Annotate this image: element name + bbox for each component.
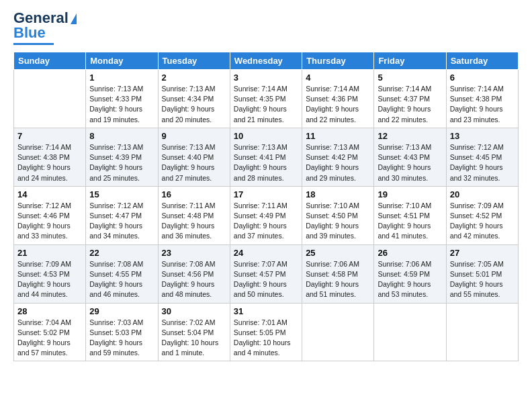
day-info: Sunrise: 7:05 AMSunset: 5:01 PMDaylight:… [450, 259, 515, 300]
day-number: 14 [17, 189, 82, 199]
day-info: Sunrise: 7:13 AMSunset: 4:43 PMDaylight:… [378, 142, 442, 183]
day-info: Sunrise: 7:14 AMSunset: 4:35 PMDaylight:… [234, 84, 298, 125]
calendar-cell: 10Sunrise: 7:13 AMSunset: 4:41 PMDayligh… [230, 128, 302, 186]
day-info: Sunrise: 7:13 AMSunset: 4:33 PMDaylight:… [89, 84, 154, 125]
logo-text: General [13, 11, 77, 26]
calendar-cell: 19Sunrise: 7:10 AMSunset: 4:51 PMDayligh… [374, 186, 446, 244]
calendar-header-row: SundayMondayTuesdayWednesdayThursdayFrid… [14, 52, 519, 70]
day-info: Sunrise: 7:13 AMSunset: 4:41 PMDaylight:… [234, 142, 298, 183]
calendar-cell: 30Sunrise: 7:02 AMSunset: 5:04 PMDayligh… [158, 303, 230, 361]
calendar-cell: 4Sunrise: 7:14 AMSunset: 4:36 PMDaylight… [302, 70, 374, 128]
day-number: 28 [17, 306, 82, 316]
calendar-cell: 22Sunrise: 7:08 AMSunset: 4:55 PMDayligh… [86, 244, 158, 303]
calendar-header-wednesday: Wednesday [230, 52, 302, 70]
calendar-cell: 27Sunrise: 7:05 AMSunset: 5:01 PMDayligh… [446, 244, 518, 303]
day-number: 13 [450, 131, 515, 141]
logo-blue-text: Blue [13, 24, 46, 42]
calendar-header-thursday: Thursday [302, 52, 374, 70]
day-info: Sunrise: 7:10 AMSunset: 4:50 PMDaylight:… [306, 201, 370, 242]
day-info: Sunrise: 7:13 AMSunset: 4:39 PMDaylight:… [89, 142, 154, 183]
day-number: 17 [234, 189, 298, 199]
day-info: Sunrise: 7:12 AMSunset: 4:45 PMDaylight:… [450, 142, 515, 183]
calendar-cell: 6Sunrise: 7:14 AMSunset: 4:38 PMDaylight… [446, 70, 518, 128]
day-number: 27 [450, 248, 515, 258]
calendar-cell: 2Sunrise: 7:13 AMSunset: 4:34 PMDaylight… [158, 70, 230, 128]
day-number: 16 [162, 189, 226, 199]
day-number: 30 [162, 306, 226, 316]
logo-triangle-icon [71, 13, 77, 24]
day-number: 10 [234, 131, 298, 141]
calendar-header-friday: Friday [374, 52, 446, 70]
day-info: Sunrise: 7:04 AMSunset: 5:02 PMDaylight:… [17, 318, 82, 359]
day-number: 5 [378, 73, 442, 83]
day-info: Sunrise: 7:09 AMSunset: 4:52 PMDaylight:… [450, 201, 515, 242]
day-info: Sunrise: 7:11 AMSunset: 4:49 PMDaylight:… [234, 201, 298, 242]
day-number: 22 [89, 248, 154, 258]
day-info: Sunrise: 7:14 AMSunset: 4:37 PMDaylight:… [378, 84, 442, 125]
day-number: 11 [306, 131, 370, 141]
day-number: 24 [234, 248, 298, 258]
day-number: 6 [450, 73, 515, 83]
day-info: Sunrise: 7:14 AMSunset: 4:38 PMDaylight:… [17, 142, 82, 183]
calendar-cell: 28Sunrise: 7:04 AMSunset: 5:02 PMDayligh… [14, 303, 86, 361]
day-info: Sunrise: 7:12 AMSunset: 4:46 PMDaylight:… [17, 201, 82, 242]
calendar-header-saturday: Saturday [446, 52, 518, 70]
calendar-cell: 18Sunrise: 7:10 AMSunset: 4:50 PMDayligh… [302, 186, 374, 244]
day-info: Sunrise: 7:06 AMSunset: 4:59 PMDaylight:… [378, 259, 442, 300]
day-number: 19 [378, 189, 442, 199]
calendar-cell [374, 303, 446, 361]
day-info: Sunrise: 7:14 AMSunset: 4:36 PMDaylight:… [306, 84, 370, 125]
day-number: 21 [17, 248, 82, 258]
day-number: 18 [306, 189, 370, 199]
calendar-cell [446, 303, 518, 361]
day-info: Sunrise: 7:12 AMSunset: 4:47 PMDaylight:… [89, 201, 154, 242]
calendar-cell: 5Sunrise: 7:14 AMSunset: 4:37 PMDaylight… [374, 70, 446, 128]
day-number: 12 [378, 131, 442, 141]
day-info: Sunrise: 7:13 AMSunset: 4:40 PMDaylight:… [162, 142, 226, 183]
day-number: 8 [89, 131, 154, 141]
calendar-cell: 29Sunrise: 7:03 AMSunset: 5:03 PMDayligh… [86, 303, 158, 361]
calendar-cell: 13Sunrise: 7:12 AMSunset: 4:45 PMDayligh… [446, 128, 518, 186]
day-info: Sunrise: 7:07 AMSunset: 4:57 PMDaylight:… [234, 259, 298, 300]
day-number: 15 [89, 189, 154, 199]
calendar-cell: 3Sunrise: 7:14 AMSunset: 4:35 PMDaylight… [230, 70, 302, 128]
day-info: Sunrise: 7:13 AMSunset: 4:34 PMDaylight:… [162, 84, 226, 125]
day-info: Sunrise: 7:14 AMSunset: 4:38 PMDaylight:… [450, 84, 515, 125]
day-number: 26 [378, 248, 442, 258]
day-number: 20 [450, 189, 515, 199]
calendar-cell: 11Sunrise: 7:13 AMSunset: 4:42 PMDayligh… [302, 128, 374, 186]
calendar-cell: 25Sunrise: 7:06 AMSunset: 4:58 PMDayligh… [302, 244, 374, 303]
day-number: 7 [17, 131, 82, 141]
calendar-header-monday: Monday [86, 52, 158, 70]
day-info: Sunrise: 7:11 AMSunset: 4:48 PMDaylight:… [162, 201, 226, 242]
calendar-cell: 12Sunrise: 7:13 AMSunset: 4:43 PMDayligh… [374, 128, 446, 186]
day-number: 25 [306, 248, 370, 258]
calendar-table: SundayMondayTuesdayWednesdayThursdayFrid… [13, 52, 519, 361]
logo-underline [13, 43, 54, 45]
calendar-cell: 8Sunrise: 7:13 AMSunset: 4:39 PMDaylight… [86, 128, 158, 186]
day-info: Sunrise: 7:13 AMSunset: 4:42 PMDaylight:… [306, 142, 370, 183]
calendar-week-3: 14Sunrise: 7:12 AMSunset: 4:46 PMDayligh… [14, 186, 519, 244]
calendar-cell: 23Sunrise: 7:08 AMSunset: 4:56 PMDayligh… [158, 244, 230, 303]
calendar-header-tuesday: Tuesday [158, 52, 230, 70]
calendar-week-1: 1Sunrise: 7:13 AMSunset: 4:33 PMDaylight… [14, 70, 519, 128]
calendar-week-5: 28Sunrise: 7:04 AMSunset: 5:02 PMDayligh… [14, 303, 519, 361]
calendar-cell: 9Sunrise: 7:13 AMSunset: 4:40 PMDaylight… [158, 128, 230, 186]
day-info: Sunrise: 7:03 AMSunset: 5:03 PMDaylight:… [89, 318, 154, 359]
calendar-cell: 26Sunrise: 7:06 AMSunset: 4:59 PMDayligh… [374, 244, 446, 303]
day-info: Sunrise: 7:10 AMSunset: 4:51 PMDaylight:… [378, 201, 442, 242]
calendar-cell: 16Sunrise: 7:11 AMSunset: 4:48 PMDayligh… [158, 186, 230, 244]
day-info: Sunrise: 7:08 AMSunset: 4:56 PMDaylight:… [162, 259, 226, 300]
calendar-cell: 31Sunrise: 7:01 AMSunset: 5:05 PMDayligh… [230, 303, 302, 361]
calendar-week-4: 21Sunrise: 7:09 AMSunset: 4:53 PMDayligh… [14, 244, 519, 303]
calendar-cell [302, 303, 374, 361]
calendar-cell: 1Sunrise: 7:13 AMSunset: 4:33 PMDaylight… [86, 70, 158, 128]
logo: General Blue [13, 11, 77, 45]
day-number: 1 [89, 73, 154, 83]
calendar-cell: 17Sunrise: 7:11 AMSunset: 4:49 PMDayligh… [230, 186, 302, 244]
day-number: 2 [162, 73, 226, 83]
day-number: 31 [234, 306, 298, 316]
day-number: 4 [306, 73, 370, 83]
calendar-cell: 15Sunrise: 7:12 AMSunset: 4:47 PMDayligh… [86, 186, 158, 244]
page: General Blue SundayMondayTuesdayWednesda… [0, 0, 532, 411]
